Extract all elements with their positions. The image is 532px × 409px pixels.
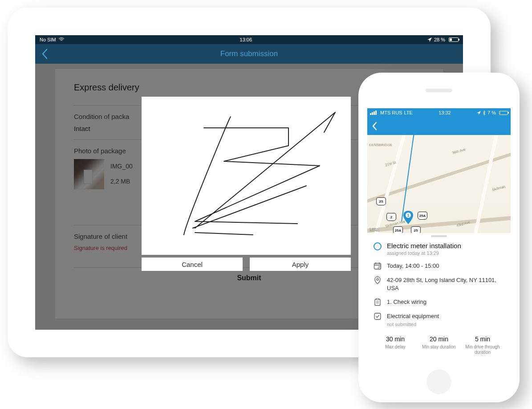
route-shield-icon: 2 [386, 213, 396, 221]
task-time-row: Today, 14:00 - 15:00 [374, 262, 504, 270]
checkbox-icon [374, 312, 382, 320]
task-panel: Electric meter installation assigned tod… [367, 239, 511, 355]
battery-percent: 28 % [434, 37, 445, 42]
map-pin-icon[interactable]: 1 [403, 211, 413, 224]
task-equipment-row[interactable]: Electrical equipment not submitted [374, 312, 504, 327]
task-address: 42-09 28th St, Long Island City, NY 1110… [387, 276, 504, 292]
metric-label: Min drive through duration [461, 344, 504, 355]
status-time: 13:06 [240, 37, 252, 42]
map-street-label: 36th Ave [451, 147, 466, 155]
carrier-name: MTS RUS [380, 110, 402, 115]
map-street-label: Skillman [491, 184, 506, 192]
map-pin-outline-icon [374, 276, 382, 284]
phone-screen: MTS RUS LTE 13:32 7 % EENSBRIDGE 21st St… [367, 108, 511, 367]
phone-nav-bar [367, 117, 511, 135]
map-street-label: EENSBRIDGE [369, 143, 392, 147]
location-arrow-icon [477, 111, 481, 115]
network-type: LTE [404, 110, 413, 115]
svg-rect-6 [376, 299, 379, 300]
task-metrics: 30 min Max delay 20 min Min stay duratio… [374, 335, 504, 355]
task-equipment-status: not submitted [387, 321, 439, 328]
bluetooth-icon [483, 110, 486, 115]
battery-icon [499, 111, 508, 115]
sheet-drag-handle[interactable] [367, 233, 511, 239]
metric-value: 30 min [374, 335, 417, 343]
task-checklist-item: 1. Check wiring [387, 298, 426, 306]
route-shield-icon: 25 [411, 226, 421, 233]
map-legal-link[interactable]: Legal [370, 227, 379, 231]
signature-dialog: Cancel Apply [142, 97, 351, 271]
task-checklist-row[interactable]: 1. Check wiring [374, 298, 504, 306]
wifi-icon [58, 37, 65, 42]
phone-home-button[interactable] [426, 369, 451, 394]
phone-device: MTS RUS LTE 13:32 7 % EENSBRIDGE 21st St… [358, 73, 520, 402]
metric-label: Min stay duration [417, 344, 461, 350]
calendar-icon [374, 262, 382, 270]
sim-status: No SIM [40, 37, 56, 42]
svg-point-4 [377, 278, 378, 280]
metric-label: Max delay [374, 344, 417, 350]
phone-status-time: 13:32 [439, 110, 451, 115]
apply-button[interactable]: Apply [250, 258, 351, 271]
location-arrow-icon [427, 37, 432, 42]
svg-text:1: 1 [407, 213, 409, 217]
phone-battery-percent: 7 % [487, 110, 496, 115]
tablet-nav-bar: Form submission [35, 44, 463, 64]
task-time: Today, 14:00 - 15:00 [387, 262, 439, 270]
task-assigned: assigned today at 13:29 [387, 250, 461, 256]
back-chevron-icon[interactable] [372, 122, 377, 131]
task-address-row[interactable]: 42-09 28th St, Long Island City, NY 1110… [374, 276, 504, 292]
metric-value: 5 min [461, 335, 504, 343]
signature-canvas[interactable] [142, 97, 351, 255]
signal-icon [370, 110, 377, 115]
cancel-button[interactable]: Cancel [142, 258, 243, 271]
route-shield-icon: 25A [418, 212, 427, 220]
page-title: Form submission [35, 49, 463, 58]
svg-rect-7 [374, 313, 381, 319]
phone-speaker [426, 89, 452, 92]
phone-status-bar: MTS RUS LTE 13:32 7 % [367, 108, 511, 117]
route-shield-icon: 25 [376, 197, 386, 205]
task-title: Electric meter installation [387, 242, 461, 249]
map-view[interactable]: EENSBRIDGE 21st St 36th Ave Skillman Ski… [367, 135, 511, 233]
task-equipment-title: Electrical equipment [387, 312, 439, 320]
clipboard-icon [374, 298, 382, 306]
task-status-ring-icon [374, 242, 382, 250]
map-route-line [401, 135, 414, 221]
route-shield-icon: 25A [393, 226, 403, 233]
metric-value: 20 min [417, 335, 461, 343]
battery-icon [449, 37, 459, 42]
tablet-status-bar: No SIM 13:06 28 % [35, 35, 463, 44]
